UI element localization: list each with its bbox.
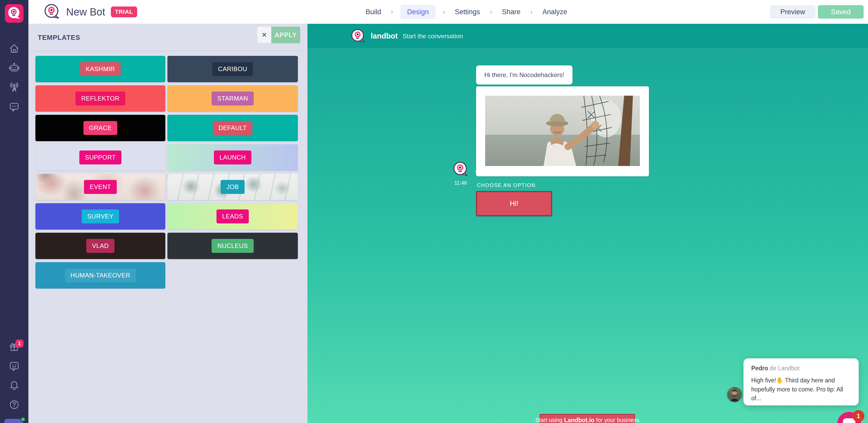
close-button[interactable]: ✕: [257, 27, 271, 43]
chevron-right-icon: ›: [391, 8, 393, 16]
pedro-avatar: [727, 387, 742, 402]
top-bar: New Bot TRIAL Build › Design › Settings …: [28, 0, 868, 24]
template-card-grace[interactable]: GRACE: [35, 115, 165, 141]
template-card-nucleus[interactable]: NUCLEUS: [167, 233, 298, 259]
templates-panel-header: TEMPLATES ✕ APPLY: [28, 24, 307, 51]
landbot-promo-banner[interactable]: Start using Landbot.io for your business: [540, 414, 635, 423]
widget-author-name: Pedro: [751, 365, 768, 371]
template-card-vlad[interactable]: VLAD: [35, 233, 165, 259]
home-icon[interactable]: [8, 43, 20, 55]
nav-build[interactable]: Build: [363, 5, 383, 19]
gift-badge: 1: [16, 339, 24, 347]
chat-bubble-icon[interactable]: [8, 101, 20, 113]
widget-author-org: de Landbot: [768, 365, 800, 371]
header-actions: Preview Saved: [770, 5, 864, 19]
landbot-logo-tile[interactable]: [5, 4, 24, 23]
template-card-label: LAUNCH: [214, 150, 252, 164]
template-card-human-takeover[interactable]: HUMAN-TAKEOVER: [35, 262, 165, 288]
apply-button[interactable]: APPLY: [271, 27, 300, 43]
nav-settings[interactable]: Settings: [452, 5, 483, 19]
nav-design[interactable]: Design: [400, 5, 436, 19]
template-card-label: NUCLEUS: [212, 239, 253, 253]
template-card-label: DEFAULT: [213, 121, 253, 135]
widget-message: High five!✋ Third day here and hopefully…: [751, 376, 851, 403]
chevron-right-icon: ›: [530, 8, 533, 16]
launcher-notification-badge: 1: [852, 410, 864, 422]
bot-title: New Bot: [66, 6, 105, 18]
template-card-default[interactable]: DEFAULT: [167, 115, 298, 141]
templates-grid: KASHMIRCARIBOUREFLEKTORSTARMANGRACEDEFAU…: [35, 56, 298, 288]
nav-analyze[interactable]: Analyze: [540, 5, 570, 19]
main-nav: Build › Design › Settings › Share › Anal…: [363, 0, 570, 24]
left-rail: 1: [0, 0, 28, 423]
widget-author: Pedro de Landbot: [751, 365, 851, 372]
saved-button[interactable]: Saved: [818, 5, 864, 19]
notifications-bell-icon[interactable]: [8, 379, 20, 391]
nav-share[interactable]: Share: [499, 5, 523, 19]
template-card-label: SURVEY: [82, 209, 119, 223]
template-card-label: JOB: [221, 180, 244, 194]
banner-brand: Landbot.io: [564, 417, 595, 423]
chevron-right-icon: ›: [443, 8, 445, 16]
banner-suffix: for your business: [594, 417, 640, 423]
template-card-event[interactable]: EVENT: [35, 174, 165, 200]
template-card-survey[interactable]: SURVEY: [35, 203, 165, 230]
template-card-label: KASHMIR: [80, 62, 121, 76]
template-card-leads[interactable]: LEADS: [167, 203, 298, 230]
landbot-mascot-icon: [43, 3, 60, 21]
bot-brand: New Bot TRIAL: [43, 0, 137, 24]
user-avatar[interactable]: [4, 419, 23, 423]
message-timestamp: 11:46: [450, 180, 471, 186]
template-card-label: CARIBOU: [212, 62, 253, 76]
landbot-app: 1 New Bot TRIAL Build ›: [0, 0, 868, 423]
template-card-launch[interactable]: LAUNCH: [167, 144, 298, 171]
template-card-starman[interactable]: STARMAN: [167, 85, 298, 112]
help-icon[interactable]: [8, 399, 20, 411]
chat-preview: landbot Start the conversation Hi there,…: [307, 24, 868, 423]
bot-icon[interactable]: [8, 62, 20, 74]
broadcast-icon[interactable]: [8, 81, 20, 93]
online-status-dot: [21, 417, 26, 422]
template-card-label: VLAD: [86, 239, 115, 253]
message-tail: [471, 168, 480, 175]
feedback-icon[interactable]: [8, 360, 20, 372]
templates-actions: ✕ APPLY: [257, 27, 300, 43]
templates-panel: TEMPLATES ✕ APPLY KASHMIRCARIBOUREFLEKTO…: [28, 24, 307, 423]
landbot-mascot-icon: [7, 6, 22, 21]
template-card-kashmir[interactable]: KASHMIR: [35, 56, 165, 82]
choose-option-label: CHOOSE AN OPTION: [477, 182, 535, 188]
templates-title: TEMPLATES: [38, 34, 80, 41]
chat-header: landbot Start the conversation: [307, 24, 868, 49]
template-card-label: EVENT: [84, 180, 117, 194]
option-button-hi[interactable]: Hi!: [476, 191, 552, 216]
trial-badge: TRIAL: [111, 6, 137, 17]
preview-button[interactable]: Preview: [770, 5, 815, 19]
bot-message-bubble: Hi there, I'm Nocodehackers!: [476, 65, 572, 85]
template-card-reflektor[interactable]: REFLEKTOR: [35, 85, 165, 112]
template-card-label: LEADS: [216, 209, 249, 223]
template-card-caribou[interactable]: CARIBOU: [167, 56, 298, 82]
template-card-label: STARMAN: [212, 91, 254, 106]
banner-prefix: Start using: [535, 417, 564, 423]
chat-subtitle: Start the conversation: [403, 33, 463, 40]
template-card-label: SUPPORT: [79, 150, 121, 164]
bot-avatar: [452, 161, 469, 178]
chat-brand: landbot: [371, 32, 398, 40]
template-card-support[interactable]: SUPPORT: [35, 144, 165, 171]
template-card-job[interactable]: JOB: [167, 174, 298, 200]
bot-media-message[interactable]: [476, 86, 649, 176]
chevron-right-icon: ›: [490, 8, 492, 16]
gif-waving-man: [485, 96, 640, 166]
template-card-label: GRACE: [84, 121, 118, 135]
support-chat-widget[interactable]: Pedro de Landbot High five!✋ Third day h…: [743, 358, 859, 405]
landbot-mascot-icon: [350, 28, 366, 44]
template-card-label: HUMAN-TAKEOVER: [65, 269, 136, 282]
template-card-label: REFLEKTOR: [75, 91, 125, 106]
